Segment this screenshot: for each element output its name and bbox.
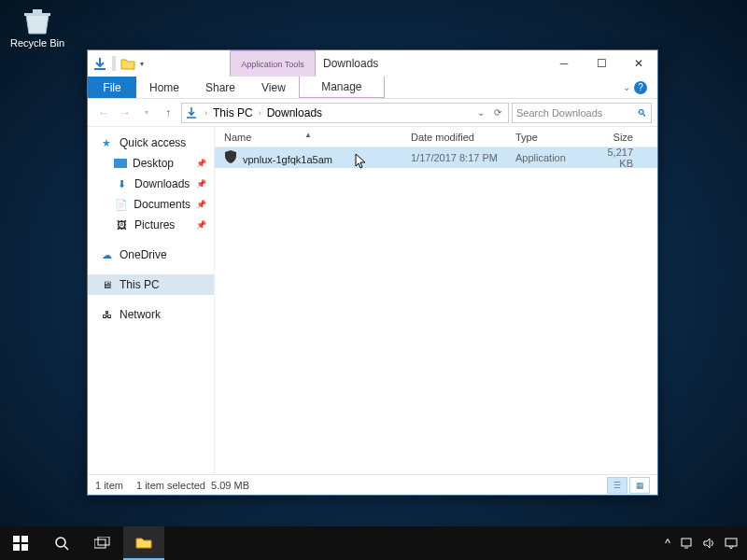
svg-line-6 bbox=[64, 546, 68, 550]
divider-icon bbox=[112, 56, 116, 71]
tray-chevron-icon[interactable]: ^ bbox=[665, 537, 670, 550]
network-tray-icon[interactable] bbox=[680, 537, 693, 550]
svg-rect-8 bbox=[98, 537, 109, 545]
context-tab-header: Application Tools bbox=[230, 50, 316, 77]
folder-icon[interactable] bbox=[120, 55, 136, 72]
chevron-right-icon[interactable]: › bbox=[203, 108, 209, 118]
search-button[interactable] bbox=[41, 526, 82, 560]
column-type[interactable]: Type bbox=[506, 132, 583, 143]
svg-rect-1 bbox=[13, 536, 20, 542]
address-dropdown-icon[interactable]: ⌄ bbox=[472, 107, 489, 118]
file-row[interactable]: vpnlux-1gfqk1a5am 1/17/2017 8:17 PM Appl… bbox=[215, 147, 657, 168]
help-icon[interactable]: ? bbox=[634, 81, 647, 94]
file-menu[interactable]: File bbox=[88, 77, 136, 98]
status-bar: 1 item 1 item selected 5.09 MB ☰ ▦ bbox=[88, 474, 657, 495]
column-headers: ▲Name Date modified Type Size bbox=[215, 127, 657, 147]
search-input[interactable]: Search Downloads 🔍︎ bbox=[512, 103, 652, 123]
nav-desktop[interactable]: Desktop📌 bbox=[88, 153, 214, 174]
pin-icon: 📌 bbox=[196, 220, 206, 230]
back-button[interactable]: ← bbox=[93, 103, 114, 123]
recycle-bin-label: Recycle Bin bbox=[7, 37, 67, 49]
svg-rect-4 bbox=[21, 544, 28, 551]
chevron-right-icon[interactable]: › bbox=[257, 108, 263, 118]
nav-downloads[interactable]: ⬇Downloads📌 bbox=[88, 174, 214, 194]
download-folder-icon bbox=[184, 105, 199, 120]
recycle-bin-icon bbox=[18, 6, 57, 35]
file-type-cell: Application bbox=[506, 152, 583, 163]
svg-rect-2 bbox=[21, 536, 28, 542]
network-icon: 🖧 bbox=[99, 307, 114, 322]
sort-asc-icon: ▲ bbox=[304, 131, 312, 139]
explorer-window: ▾ Application Tools Downloads ─ ☐ ✕ File… bbox=[87, 49, 658, 496]
file-list: ▲Name Date modified Type Size vpnlux-1gf… bbox=[215, 127, 657, 474]
refresh-button[interactable]: ⟳ bbox=[489, 107, 506, 118]
address-bar[interactable]: › This PC › Downloads ⌄ ⟳ bbox=[181, 103, 509, 123]
window-title: Downloads bbox=[316, 50, 545, 77]
nav-documents[interactable]: 📄Documents📌 bbox=[88, 194, 214, 215]
tab-home[interactable]: Home bbox=[136, 77, 192, 98]
download-arrow-icon[interactable] bbox=[92, 55, 108, 72]
pictures-icon: 🖼 bbox=[114, 217, 129, 232]
taskbar: ^ bbox=[0, 526, 747, 560]
status-selection: 1 item selected 5.09 MB bbox=[136, 480, 249, 491]
close-button[interactable]: ✕ bbox=[620, 50, 657, 77]
ribbon: File Home Share View Manage ⌄ ? bbox=[88, 77, 657, 99]
task-view-button[interactable] bbox=[82, 526, 123, 560]
shield-icon bbox=[224, 150, 237, 163]
up-button[interactable]: ↑ bbox=[158, 103, 178, 123]
view-toggle: ☰ ▦ bbox=[607, 477, 650, 494]
svg-rect-11 bbox=[726, 539, 737, 546]
recycle-bin[interactable]: Recycle Bin bbox=[7, 6, 67, 49]
status-item-count: 1 item bbox=[95, 480, 123, 491]
details-view-button[interactable]: ☰ bbox=[607, 477, 627, 494]
tab-share[interactable]: Share bbox=[192, 77, 248, 98]
file-size-cell: 5,217 KB bbox=[583, 147, 646, 169]
explorer-taskbar-button[interactable] bbox=[123, 526, 164, 560]
start-button[interactable] bbox=[0, 526, 41, 560]
column-date[interactable]: Date modified bbox=[402, 132, 506, 143]
nav-this-pc[interactable]: 🖥This PC bbox=[88, 274, 214, 295]
action-center-icon[interactable] bbox=[725, 537, 738, 550]
svg-rect-0 bbox=[33, 9, 42, 13]
file-name-cell: vpnlux-1gfqk1a5am bbox=[215, 150, 402, 165]
navigation-bar: ← → ▾ ↑ › This PC › Downloads ⌄ ⟳ Search… bbox=[88, 99, 657, 127]
pin-icon: 📌 bbox=[196, 159, 206, 168]
titlebar: ▾ Application Tools Downloads ─ ☐ ✕ bbox=[88, 50, 657, 77]
icons-view-button[interactable]: ▦ bbox=[629, 477, 650, 494]
svg-rect-9 bbox=[682, 539, 691, 546]
tab-manage[interactable]: Manage bbox=[299, 77, 385, 98]
nav-network[interactable]: 🖧Network bbox=[88, 304, 214, 325]
star-icon: ★ bbox=[99, 135, 114, 150]
volume-tray-icon[interactable] bbox=[702, 537, 715, 550]
quick-access-toolbar: ▾ bbox=[88, 50, 151, 77]
documents-icon: 📄 bbox=[114, 197, 128, 212]
search-icon: 🔍︎ bbox=[637, 107, 647, 119]
nav-quick-access[interactable]: ★Quick access bbox=[88, 133, 214, 153]
column-size[interactable]: Size bbox=[583, 132, 646, 143]
downloads-icon: ⬇ bbox=[114, 176, 129, 191]
svg-point-5 bbox=[56, 538, 65, 547]
pin-icon: 📌 bbox=[196, 200, 206, 209]
forward-button[interactable]: → bbox=[115, 103, 135, 123]
nav-pictures[interactable]: 🖼Pictures📌 bbox=[88, 215, 214, 235]
monitor-icon: 🖥 bbox=[99, 277, 114, 292]
svg-rect-3 bbox=[13, 544, 20, 551]
ribbon-expand-icon[interactable]: ⌄ ? bbox=[618, 77, 657, 98]
system-tray: ^ bbox=[655, 537, 747, 550]
file-date-cell: 1/17/2017 8:17 PM bbox=[402, 152, 506, 163]
breadcrumb-this-pc[interactable]: This PC bbox=[209, 106, 257, 119]
navigation-pane: ★Quick access Desktop📌 ⬇Downloads📌 📄Docu… bbox=[88, 127, 215, 474]
qat-customize-icon[interactable]: ▾ bbox=[140, 60, 148, 68]
minimize-button[interactable]: ─ bbox=[545, 50, 583, 77]
tab-view[interactable]: View bbox=[248, 77, 299, 98]
column-name[interactable]: ▲Name bbox=[215, 132, 402, 143]
pin-icon: 📌 bbox=[196, 179, 206, 189]
svg-rect-7 bbox=[94, 539, 106, 548]
recent-dropdown-icon[interactable]: ▾ bbox=[136, 103, 157, 123]
breadcrumb-downloads[interactable]: Downloads bbox=[263, 106, 326, 119]
search-placeholder: Search Downloads bbox=[516, 107, 602, 119]
onedrive-icon: ☁ bbox=[99, 247, 114, 262]
maximize-button[interactable]: ☐ bbox=[583, 50, 620, 77]
nav-onedrive[interactable]: ☁OneDrive bbox=[88, 245, 214, 265]
desktop-icon bbox=[114, 159, 127, 168]
